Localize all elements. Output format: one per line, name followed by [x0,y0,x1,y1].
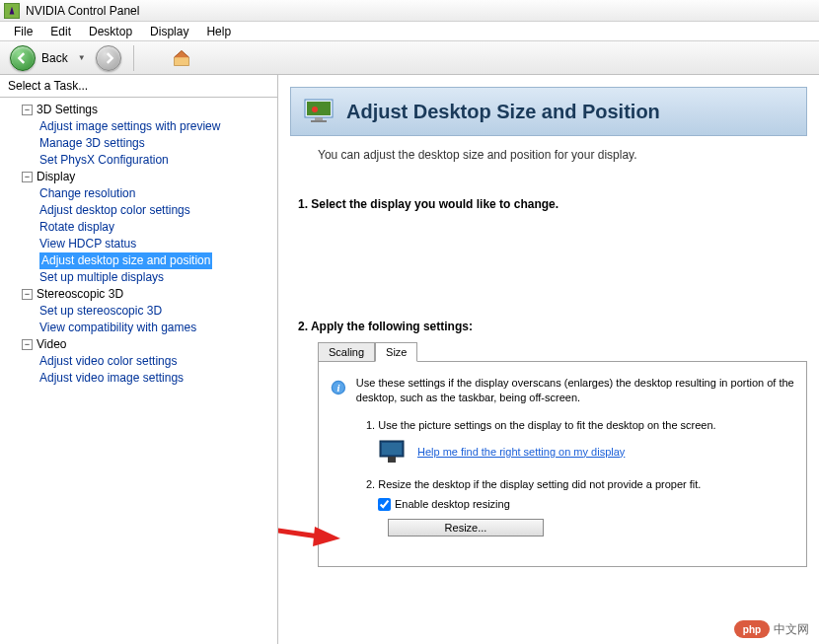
back-button[interactable] [10,45,36,71]
sidebar-header: Select a Task... [0,75,277,98]
tab-body-size: i Use these settings if the display over… [318,361,807,567]
tv-icon [378,439,406,465]
menu-edit[interactable]: Edit [42,23,79,40]
svg-text:i: i [336,383,339,394]
step1-label: 1. Select the display you would like to … [298,197,819,211]
step-b: 2. Resize the desktop if the display set… [366,478,794,490]
cat-video[interactable]: Video [37,336,66,353]
info-icon: i [331,376,346,399]
cat-display[interactable]: Display [37,169,75,185]
item-stereo-compat[interactable]: View compatibility with games [39,320,196,336]
home-icon [172,48,191,68]
tabs: Scaling Size [318,341,819,361]
tab-size[interactable]: Size [375,342,417,362]
tree-toggle[interactable]: − [22,289,33,300]
svg-rect-3 [315,117,323,120]
intro-text: You can adjust the desktop size and posi… [278,136,819,162]
sidebar: Select a Task... −3D Settings Adjust ima… [0,75,278,644]
forward-button[interactable] [96,45,121,71]
help-link[interactable]: Help me find the right setting on my dis… [417,446,625,458]
menu-file[interactable]: File [6,23,40,40]
svg-marker-12 [313,527,340,546]
item-video-color[interactable]: Adjust video color settings [39,353,177,370]
item-resolution[interactable]: Change resolution [39,185,135,202]
tree-toggle[interactable]: − [22,339,33,350]
svg-rect-4 [311,120,327,122]
item-physx[interactable]: Set PhysX Configuration [39,152,169,169]
menu-help[interactable]: Help [198,23,239,40]
annotation-arrow-icon [278,517,340,546]
item-video-image[interactable]: Adjust video image settings [39,370,184,387]
arrow-left-icon [17,52,29,64]
monitor-icon [303,96,335,127]
home-button[interactable] [166,44,197,72]
toolbar: Back ▼ [0,41,819,75]
content-area: Adjust Desktop Size and Position You can… [278,75,819,644]
item-rotate[interactable]: Rotate display [39,219,114,236]
tree-toggle[interactable]: − [22,105,33,115]
item-hdcp[interactable]: View HDCP status [39,236,136,252]
item-image-preview[interactable]: Adjust image settings with preview [39,118,220,135]
window-title: NVIDIA Control Panel [26,4,139,18]
svg-point-2 [312,107,318,112]
content-header: Adjust Desktop Size and Position [290,87,807,136]
item-multiple-displays[interactable]: Set up multiple displays [39,269,164,286]
item-stereo-setup[interactable]: Set up stereoscopic 3D [39,303,162,320]
back-label: Back [41,51,68,65]
svg-rect-9 [382,443,402,455]
tab-scaling[interactable]: Scaling [318,342,375,362]
watermark-badge: php [734,620,770,638]
info-text: Use these settings if the display oversc… [356,376,794,405]
task-tree: −3D Settings Adjust image settings with … [0,98,277,644]
nvidia-icon [4,3,20,19]
title-bar: NVIDIA Control Panel [0,0,819,22]
checkbox-label: Enable desktop resizing [395,498,510,510]
menu-display[interactable]: Display [142,23,196,40]
svg-rect-1 [307,102,331,115]
menu-bar: File Edit Desktop Display Help [0,22,819,41]
svg-rect-10 [388,457,396,463]
enable-resizing-checkbox[interactable] [378,498,391,511]
svg-line-11 [278,527,319,537]
back-dropdown[interactable]: ▼ [74,50,90,66]
toolbar-divider [133,45,134,71]
tree-toggle[interactable]: − [22,172,33,182]
item-adjust-size[interactable]: Adjust desktop size and position [39,252,212,269]
cat-stereo[interactable]: Stereoscopic 3D [37,286,123,303]
resize-button[interactable]: Resize... [388,519,544,537]
arrow-right-icon [103,52,114,64]
cat-3d-settings[interactable]: 3D Settings [37,102,98,118]
watermark-text: 中文网 [774,621,809,638]
page-title: Adjust Desktop Size and Position [346,101,660,123]
menu-desktop[interactable]: Desktop [81,23,140,40]
step-a: 1. Use the picture settings on the displ… [366,419,794,431]
step2-label: 2. Apply the following settings: [298,320,819,333]
watermark: php 中文网 [734,620,809,638]
item-color[interactable]: Adjust desktop color settings [39,202,190,219]
item-manage-3d[interactable]: Manage 3D settings [39,135,145,152]
